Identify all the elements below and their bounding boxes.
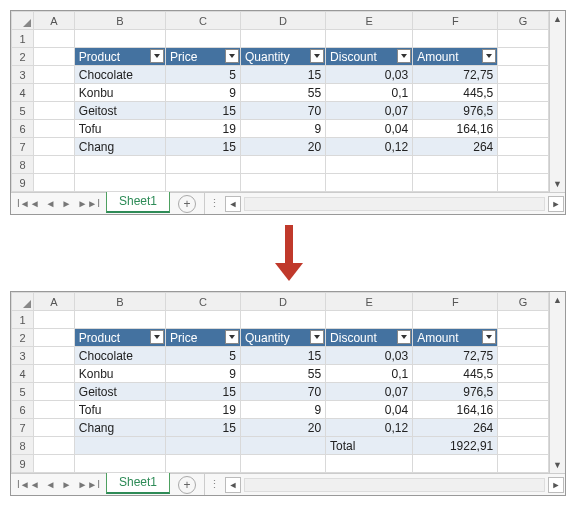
filter-dropdown-icon[interactable] (397, 330, 411, 344)
cell[interactable]: 9 (240, 401, 325, 419)
row-header[interactable]: 3 (12, 66, 34, 84)
total-cell[interactable] (240, 437, 325, 455)
cell[interactable]: 164,16 (413, 401, 498, 419)
table-header-quantity[interactable]: Quantity (240, 48, 325, 66)
cell[interactable]: 19 (165, 120, 240, 138)
cell[interactable]: Konbu (74, 365, 165, 383)
col-header[interactable]: G (498, 293, 549, 311)
table-header-discount[interactable]: Discount (326, 329, 413, 347)
prev-sheet-icon[interactable]: ◄ (46, 198, 56, 209)
cell[interactable]: 445,5 (413, 84, 498, 102)
row-header[interactable]: 2 (12, 48, 34, 66)
cell[interactable]: 264 (413, 419, 498, 437)
cell[interactable]: 20 (240, 419, 325, 437)
scroll-up-icon[interactable]: ▲ (550, 11, 565, 27)
col-header[interactable]: A (34, 12, 75, 30)
table-header-discount[interactable]: Discount (326, 48, 413, 66)
cell[interactable]: 264 (413, 138, 498, 156)
cell[interactable]: 15 (165, 138, 240, 156)
sheet-nav-buttons[interactable]: I◄◄◄►►►I (11, 474, 106, 495)
cell[interactable]: Geitost (74, 383, 165, 401)
last-sheet-icon[interactable]: ►►I (77, 479, 100, 490)
cell[interactable]: 15 (165, 102, 240, 120)
row-header[interactable]: 3 (12, 347, 34, 365)
cell[interactable]: 55 (240, 365, 325, 383)
cell[interactable]: 15 (165, 419, 240, 437)
cell[interactable]: 0,07 (326, 383, 413, 401)
cell[interactable]: 0,07 (326, 102, 413, 120)
row-header[interactable]: 2 (12, 329, 34, 347)
filter-dropdown-icon[interactable] (397, 49, 411, 63)
cell[interactable]: 55 (240, 84, 325, 102)
first-sheet-icon[interactable]: I◄◄ (17, 479, 40, 490)
cell[interactable]: Chang (74, 419, 165, 437)
total-label[interactable]: Total (326, 437, 413, 455)
horizontal-scrollbar[interactable]: ⋮ ◄ ► (204, 193, 565, 214)
col-header[interactable]: G (498, 12, 549, 30)
table-header-product[interactable]: Product (74, 48, 165, 66)
horizontal-scrollbar[interactable]: ⋮ ◄ ► (204, 474, 565, 495)
table-header-amount[interactable]: Amount (413, 329, 498, 347)
filter-dropdown-icon[interactable] (482, 330, 496, 344)
row-header[interactable]: 1 (12, 311, 34, 329)
col-header[interactable]: F (413, 293, 498, 311)
cell[interactable]: Chocolate (74, 347, 165, 365)
scroll-left-icon[interactable]: ◄ (225, 196, 241, 212)
cell[interactable]: 15 (165, 383, 240, 401)
cell[interactable]: 0,12 (326, 138, 413, 156)
row-header[interactable]: 4 (12, 365, 34, 383)
cell[interactable]: 5 (165, 347, 240, 365)
next-sheet-icon[interactable]: ► (61, 198, 71, 209)
prev-sheet-icon[interactable]: ◄ (46, 479, 56, 490)
sheet-tab[interactable]: Sheet1 (106, 192, 170, 213)
cell[interactable]: 70 (240, 102, 325, 120)
first-sheet-icon[interactable]: I◄◄ (17, 198, 40, 209)
splitter-icon[interactable]: ⋮ (205, 478, 224, 491)
cell[interactable]: 72,75 (413, 66, 498, 84)
row-header[interactable]: 7 (12, 138, 34, 156)
scroll-down-icon[interactable]: ▼ (550, 176, 565, 192)
cell[interactable]: 70 (240, 383, 325, 401)
cell[interactable]: 9 (165, 365, 240, 383)
cell[interactable]: 164,16 (413, 120, 498, 138)
next-sheet-icon[interactable]: ► (61, 479, 71, 490)
cell[interactable]: 9 (165, 84, 240, 102)
cell[interactable]: Geitost (74, 102, 165, 120)
add-sheet-button[interactable]: + (178, 195, 196, 213)
col-header[interactable]: C (165, 12, 240, 30)
row-header[interactable]: 5 (12, 102, 34, 120)
grid-after[interactable]: A B C D E F G 1 2 Product Price Quantity… (11, 292, 549, 473)
col-header[interactable]: E (326, 293, 413, 311)
table-header-price[interactable]: Price (165, 329, 240, 347)
grid-before[interactable]: A B C D E F G 1 2 Product Price Quantity… (11, 11, 549, 192)
row-header[interactable]: 1 (12, 30, 34, 48)
cell[interactable]: 0,1 (326, 84, 413, 102)
vertical-scrollbar[interactable]: ▲ ▼ (549, 11, 565, 192)
scroll-up-icon[interactable]: ▲ (550, 292, 565, 308)
cell[interactable]: Tofu (74, 401, 165, 419)
select-all-corner[interactable] (12, 293, 34, 311)
filter-dropdown-icon[interactable] (225, 330, 239, 344)
cell[interactable]: Chocolate (74, 66, 165, 84)
filter-dropdown-icon[interactable] (310, 49, 324, 63)
row-header[interactable]: 8 (12, 156, 34, 174)
cell[interactable]: 0,03 (326, 66, 413, 84)
cell[interactable]: 0,03 (326, 347, 413, 365)
cell[interactable]: 976,5 (413, 383, 498, 401)
cell[interactable]: 20 (240, 138, 325, 156)
table-header-amount[interactable]: Amount (413, 48, 498, 66)
cell[interactable]: 15 (240, 66, 325, 84)
scroll-down-icon[interactable]: ▼ (550, 457, 565, 473)
row-header[interactable]: 5 (12, 383, 34, 401)
row-header[interactable]: 6 (12, 401, 34, 419)
row-header[interactable]: 7 (12, 419, 34, 437)
total-amount[interactable]: 1922,91 (413, 437, 498, 455)
cell[interactable]: 976,5 (413, 102, 498, 120)
splitter-icon[interactable]: ⋮ (205, 197, 224, 210)
vertical-scrollbar[interactable]: ▲ ▼ (549, 292, 565, 473)
cell[interactable]: 0,1 (326, 365, 413, 383)
select-all-corner[interactable] (12, 12, 34, 30)
table-header-price[interactable]: Price (165, 48, 240, 66)
cell[interactable]: 9 (240, 120, 325, 138)
col-header[interactable]: A (34, 293, 75, 311)
